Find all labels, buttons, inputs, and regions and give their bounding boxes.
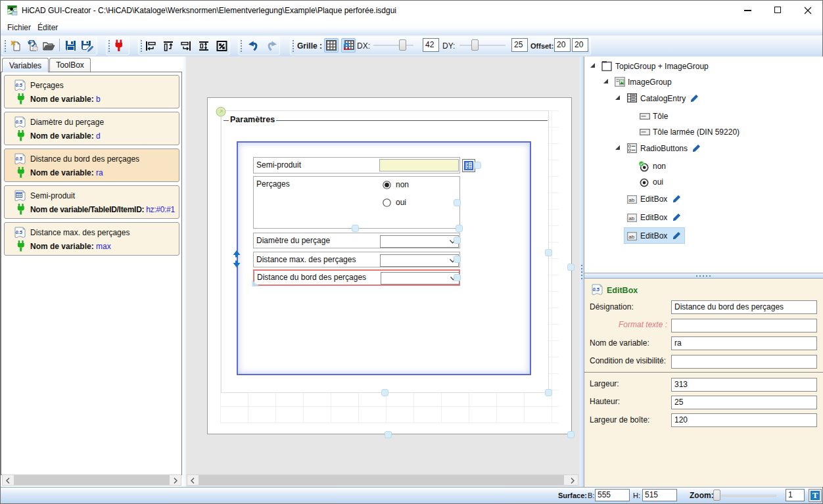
svg-text:0.5: 0.5 bbox=[16, 156, 23, 162]
svg-text:0.5: 0.5 bbox=[16, 229, 23, 235]
svg-text:ab: ab bbox=[628, 197, 634, 203]
svg-text:0.5: 0.5 bbox=[16, 82, 23, 88]
svg-text:ab: ab bbox=[628, 234, 634, 240]
svg-text:ab: ab bbox=[628, 216, 634, 221]
svg-text:0.5: 0.5 bbox=[593, 286, 600, 292]
svg-text:0.5: 0.5 bbox=[16, 119, 23, 125]
